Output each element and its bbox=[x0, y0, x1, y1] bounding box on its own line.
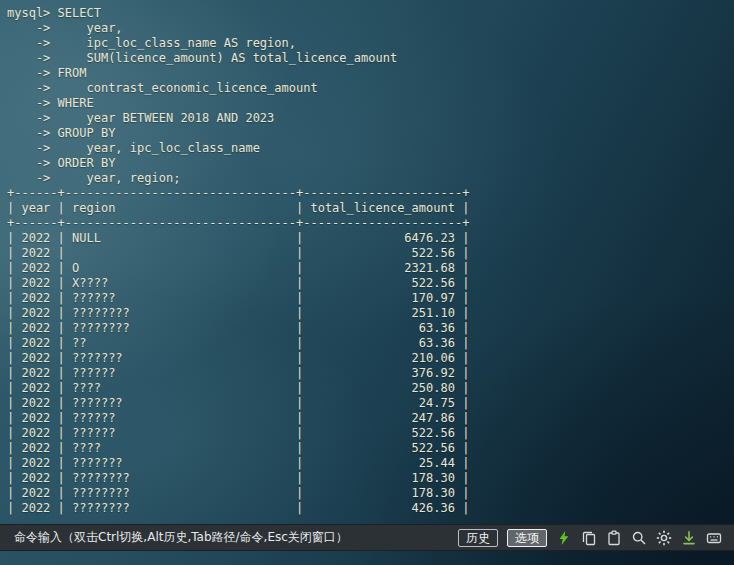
paste-icon[interactable] bbox=[606, 530, 622, 546]
command-bar-actions: 历史 选项 bbox=[449, 529, 722, 547]
terminal-line: | 2022 | ??????? | 25.44 | bbox=[7, 456, 734, 471]
terminal-line: | 2022 | X???? | 522.56 | bbox=[7, 276, 734, 291]
finalshell-terminal-window: mysql> SELECT -> year, -> ipc_loc_class_… bbox=[0, 0, 734, 565]
terminal-line: -> year, bbox=[7, 21, 734, 36]
download-icon[interactable] bbox=[681, 530, 697, 546]
terminal-line: | 2022 | NULL | 6476.23 | bbox=[7, 231, 734, 246]
history-button[interactable]: 历史 bbox=[458, 529, 498, 547]
terminal-line: -> year, ipc_loc_class_name bbox=[7, 141, 734, 156]
terminal-line: | 2022 | | 522.56 | bbox=[7, 246, 734, 261]
terminal-line: | 2022 | ?????? | 522.56 | bbox=[7, 426, 734, 441]
terminal-line: | 2022 | ???????? | 63.36 | bbox=[7, 321, 734, 336]
terminal-output[interactable]: mysql> SELECT -> year, -> ipc_loc_class_… bbox=[0, 0, 734, 565]
terminal-line: | 2022 | ?????? | 247.86 | bbox=[7, 411, 734, 426]
terminal-line: | year | region | total_licence_amount | bbox=[7, 201, 734, 216]
terminal-line: mysql> SELECT bbox=[7, 6, 734, 21]
terminal-line: | 2022 | ???????? | 251.10 | bbox=[7, 306, 734, 321]
terminal-line: | 2022 | ???????? | 426.36 | bbox=[7, 501, 734, 516]
terminal-line: -> year, region; bbox=[7, 171, 734, 186]
terminal-line: | 2022 | ??????? | 24.75 | bbox=[7, 396, 734, 411]
terminal-line: -> FROM bbox=[7, 66, 734, 81]
keyboard-icon[interactable] bbox=[706, 530, 722, 546]
terminal-line: -> contrast_economic_licence_amount bbox=[7, 81, 734, 96]
gear-icon[interactable] bbox=[656, 530, 672, 546]
terminal-line: -> SUM(licence_amount) AS total_licence_… bbox=[7, 51, 734, 66]
terminal-line: -> WHERE bbox=[7, 96, 734, 111]
terminal-line: | 2022 | ???????? | 178.30 | bbox=[7, 471, 734, 486]
terminal-line: | 2022 | ?????? | 170.97 | bbox=[7, 291, 734, 306]
terminal-line: | 2022 | ???? | 522.56 | bbox=[7, 441, 734, 456]
terminal-line: | 2022 | ???????? | 178.30 | bbox=[7, 486, 734, 501]
terminal-line: | 2022 | ?????? | 376.92 | bbox=[7, 366, 734, 381]
terminal-line: +------+--------------------------------… bbox=[7, 216, 734, 231]
command-input-bar: 命令输入（双击Ctrl切换,Alt历史,Tab路径/命令,Esc关闭窗口） 历史… bbox=[0, 524, 734, 551]
copy-icon[interactable] bbox=[581, 530, 597, 546]
terminal-line: -> GROUP BY bbox=[7, 126, 734, 141]
terminal-line: | 2022 | ?? | 63.36 | bbox=[7, 336, 734, 351]
terminal-line: -> year BETWEEN 2018 AND 2023 bbox=[7, 111, 734, 126]
terminal-lines: mysql> SELECT -> year, -> ipc_loc_class_… bbox=[7, 6, 734, 516]
lightning-icon[interactable] bbox=[556, 530, 572, 546]
search-icon[interactable] bbox=[631, 530, 647, 546]
terminal-line: | 2022 | ???? | 250.80 | bbox=[7, 381, 734, 396]
terminal-line: +------+--------------------------------… bbox=[7, 186, 734, 201]
terminal-line: | 2022 | O | 2321.68 | bbox=[7, 261, 734, 276]
options-button[interactable]: 选项 bbox=[507, 529, 547, 547]
terminal-line: -> ORDER BY bbox=[7, 156, 734, 171]
terminal-line: -> ipc_loc_class_name AS region, bbox=[7, 36, 734, 51]
command-input-hint[interactable]: 命令输入（双击Ctrl切换,Alt历史,Tab路径/命令,Esc关闭窗口） bbox=[14, 529, 449, 546]
terminal-line: | 2022 | ??????? | 210.06 | bbox=[7, 351, 734, 366]
